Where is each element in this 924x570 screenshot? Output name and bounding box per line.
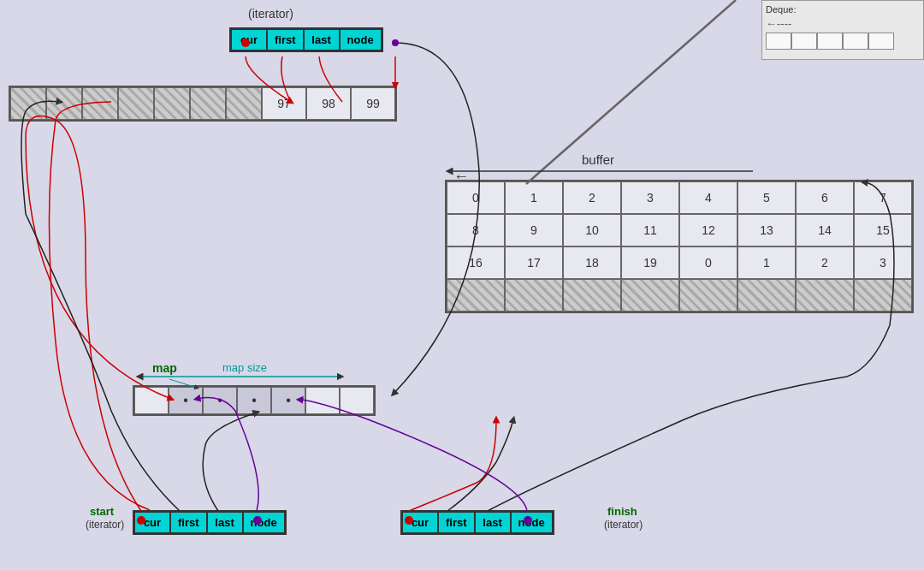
map-cell-dot-3: • bbox=[271, 387, 305, 414]
buf-0-1: 1 bbox=[505, 181, 563, 214]
buf-h-0 bbox=[447, 279, 505, 312]
buf-h-2 bbox=[563, 279, 621, 312]
buf-0-7: 7 bbox=[854, 181, 912, 214]
buf-h-5 bbox=[737, 279, 796, 312]
deque-array: 97 98 99 bbox=[9, 86, 397, 122]
svg-point-8 bbox=[392, 39, 399, 46]
start-cell-first: first bbox=[170, 512, 207, 533]
buf-2-5: 1 bbox=[737, 246, 796, 279]
map-container: • • • • bbox=[133, 385, 376, 416]
buf-2-0: 16 bbox=[447, 246, 505, 279]
buf-0-5: 5 bbox=[737, 181, 796, 214]
inset-cell-3 bbox=[843, 33, 868, 50]
iter-cell-first: first bbox=[267, 29, 304, 50]
buffer-label: buffer bbox=[582, 152, 614, 167]
start-cell-node: node bbox=[243, 512, 285, 533]
start-sublabel: (iterator) bbox=[86, 519, 124, 531]
buf-0-6: 6 bbox=[796, 181, 854, 214]
finish-iterator-box: cur first last node bbox=[400, 510, 554, 535]
inset-title: Deque: bbox=[766, 4, 920, 15]
start-iterator-box: cur first last node bbox=[133, 510, 287, 535]
buf-1-2: 10 bbox=[563, 214, 621, 246]
map-cell-dot-0: • bbox=[169, 387, 203, 414]
buf-1-3: 11 bbox=[621, 214, 679, 246]
iterator-label-top: (iterator) bbox=[248, 7, 293, 21]
buf-h-1 bbox=[505, 279, 563, 312]
inset-cell-4 bbox=[868, 33, 894, 50]
buf-h-7 bbox=[854, 279, 912, 312]
finish-label: finish bbox=[607, 505, 637, 518]
top-iterator-box: cur first last node bbox=[229, 27, 383, 52]
map-cell-empty-left bbox=[134, 387, 169, 414]
inset-cell-0 bbox=[766, 33, 791, 50]
buf-h-4 bbox=[679, 279, 737, 312]
finish-cell-cur: cur bbox=[402, 512, 438, 533]
deque-hatched-1 bbox=[46, 87, 82, 120]
deque-hatched-0 bbox=[10, 87, 46, 120]
buf-1-7: 15 bbox=[854, 214, 912, 246]
map-size-label: map size bbox=[222, 361, 267, 374]
buf-1-1: 9 bbox=[505, 214, 563, 246]
buf-0-4: 4 bbox=[679, 181, 737, 214]
inset-box: Deque: ←---- bbox=[761, 0, 924, 60]
buf-0-3: 3 bbox=[621, 181, 679, 214]
deque-hatched-4 bbox=[154, 87, 190, 120]
buf-1-6: 14 bbox=[796, 214, 854, 246]
start-cell-cur: cur bbox=[134, 512, 170, 533]
buf-0-0: 0 bbox=[447, 181, 505, 214]
iter-cell-cur: cur bbox=[231, 29, 267, 50]
buf-0-2: 2 bbox=[563, 181, 621, 214]
buf-1-0: 8 bbox=[447, 214, 505, 246]
deque-hatched-3 bbox=[118, 87, 154, 120]
map-cell-empty-right bbox=[305, 387, 340, 414]
buf-h-3 bbox=[621, 279, 679, 312]
map-cell-dot-2: • bbox=[237, 387, 271, 414]
inset-cell-2 bbox=[817, 33, 843, 50]
buf-2-4: 0 bbox=[679, 246, 737, 279]
buf-2-1: 17 bbox=[505, 246, 563, 279]
finish-cell-first: first bbox=[438, 512, 475, 533]
deque-hatched-2 bbox=[82, 87, 118, 120]
buf-2-7: 3 bbox=[854, 246, 912, 279]
buf-2-3: 19 bbox=[621, 246, 679, 279]
buf-2-6: 2 bbox=[796, 246, 854, 279]
finish-cell-last: last bbox=[475, 512, 511, 533]
buf-2-2: 18 bbox=[563, 246, 621, 279]
map-cell-empty-right2 bbox=[340, 387, 374, 414]
buf-h-6 bbox=[796, 279, 854, 312]
map-label: map bbox=[152, 361, 177, 375]
deque-num-99: 99 bbox=[351, 87, 395, 120]
buf-1-5: 13 bbox=[737, 214, 796, 246]
buffer-grid: 0 1 2 3 4 5 6 7 8 9 10 11 12 13 14 15 16… bbox=[445, 180, 914, 313]
deque-num-98: 98 bbox=[306, 87, 351, 120]
iter-cell-last: last bbox=[304, 29, 340, 50]
deque-hatched-6 bbox=[226, 87, 262, 120]
finish-sublabel: (iterator) bbox=[604, 519, 643, 531]
finish-cell-node: node bbox=[511, 512, 553, 533]
start-label: start bbox=[90, 505, 114, 518]
svg-line-1 bbox=[526, 0, 736, 184]
inset-cell-1 bbox=[791, 33, 817, 50]
deque-num-97: 97 bbox=[262, 87, 306, 120]
start-cell-last: last bbox=[207, 512, 243, 533]
iter-cell-node: node bbox=[340, 29, 382, 50]
deque-hatched-5 bbox=[190, 87, 226, 120]
buf-1-4: 12 bbox=[679, 214, 737, 246]
map-cell-dot-1: • bbox=[203, 387, 237, 414]
inset-arrow: ←---- bbox=[766, 17, 920, 30]
